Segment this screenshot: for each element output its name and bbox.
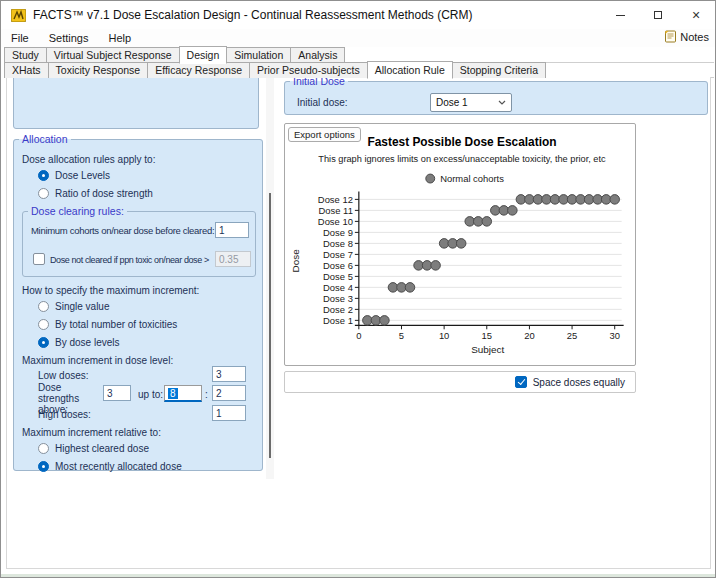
- close-button[interactable]: ×: [677, 1, 715, 29]
- radio-label: Dose Levels: [55, 170, 110, 181]
- radio-label: Single value: [55, 301, 109, 312]
- menu-settings[interactable]: Settings: [39, 30, 99, 46]
- title-bar[interactable]: FACTS™ v7.1 Dose Escalation Design - Con…: [1, 1, 715, 29]
- x-tick-label: 10: [439, 330, 449, 341]
- colon-separator: :: [205, 389, 208, 400]
- y-tick-label: Dose 4: [323, 282, 353, 293]
- allocation-group: Allocation Dose allocation rules apply t…: [13, 133, 263, 471]
- up-to-input[interactable]: 8: [164, 385, 202, 402]
- chart-subtitle: This graph ignores limits on excess/unac…: [318, 154, 606, 164]
- radio-by-dose-levels[interactable]: By dose levels: [38, 333, 177, 351]
- y-tick-label: Dose 6: [323, 260, 353, 271]
- notes-label: Notes: [680, 31, 709, 43]
- tab-design[interactable]: Design: [179, 46, 228, 64]
- y-tick-label: Dose 7: [323, 249, 353, 260]
- menu-file[interactable]: File: [1, 30, 39, 46]
- radio-ratio-of-dose-strength[interactable]: Ratio of dose strength: [38, 184, 153, 202]
- radio-button-icon[interactable]: [38, 461, 49, 472]
- menu-bar: FileSettingsHelp Notes: [1, 29, 715, 47]
- not-cleared-label: Dose not cleared if ppn toxic on/near do…: [50, 255, 209, 265]
- radio-label: Most recently allocated dose: [55, 461, 182, 472]
- radio-button-icon[interactable]: [38, 319, 49, 330]
- chart-point: [405, 283, 415, 293]
- legend-marker-icon: [426, 174, 435, 183]
- low-doses-label: Low doses:: [38, 370, 89, 381]
- x-tick-label: 30: [609, 330, 619, 341]
- high-doses-input[interactable]: 1: [212, 405, 246, 421]
- initial-dose-value: Dose 1: [436, 97, 468, 108]
- not-cleared-checkbox[interactable]: [33, 253, 45, 265]
- maximize-button[interactable]: [639, 1, 677, 29]
- chart-point: [380, 316, 390, 326]
- export-options-button[interactable]: Export options: [288, 127, 361, 142]
- low-doses-value: 3: [216, 369, 222, 380]
- notes-button[interactable]: Notes: [664, 30, 709, 43]
- radio-button-icon[interactable]: [38, 188, 49, 199]
- radio-single-value[interactable]: Single value: [38, 297, 177, 315]
- tab-stopping-criteria[interactable]: Stopping Criteria: [452, 62, 546, 78]
- radio-most-recently-allocated-dose[interactable]: Most recently allocated dose: [38, 457, 182, 475]
- tab-simulation[interactable]: Simulation: [226, 47, 291, 63]
- tab-virtual-subject-response[interactable]: Virtual Subject Response: [46, 47, 180, 63]
- low-doses-input[interactable]: 3: [212, 366, 246, 382]
- y-tick-label: Dose 8: [323, 238, 353, 249]
- tab-efficacy-response[interactable]: Efficacy Response: [147, 62, 250, 78]
- space-doses-checkbox[interactable]: [515, 376, 527, 388]
- increment-level-label: Maximum increment in dose level:: [22, 355, 173, 366]
- tab-prior-pseudo-subjects[interactable]: Prior Pseudo-subjects: [249, 62, 368, 78]
- between-increment-value: 2: [216, 388, 222, 399]
- dose-clearing-group: Dose clearing rules: Minimum cohorts on/…: [22, 205, 256, 277]
- tab-xhats[interactable]: XHats: [4, 62, 49, 78]
- dose-escalation-chart: Export options Dose 1Dose 2Dose 3Dose 4D…: [284, 123, 636, 366]
- chart-point: [456, 239, 466, 249]
- space-doses-label: Space doses equally: [533, 377, 625, 388]
- app-logo-icon: [11, 9, 26, 22]
- chevron-down-icon: [498, 100, 506, 105]
- up-to-label: up to:: [138, 389, 163, 400]
- tab-allocation-rule[interactable]: Allocation Rule: [367, 61, 453, 79]
- chart-point: [431, 261, 441, 271]
- window-bottom-edge: [1, 574, 715, 577]
- menu-help[interactable]: Help: [98, 30, 141, 46]
- y-axis-label: Dose: [290, 249, 301, 273]
- x-tick-label: 20: [524, 330, 534, 341]
- how-to-specify-label: How to specify the maximum increment:: [22, 285, 199, 296]
- high-doses-label: High doses:: [38, 409, 91, 420]
- radio-button-icon[interactable]: [38, 337, 49, 348]
- y-tick-label: Dose 2: [323, 304, 353, 315]
- close-icon: ×: [692, 8, 700, 22]
- y-tick-label: Dose 9: [323, 227, 353, 238]
- window-title: FACTS™ v7.1 Dose Escalation Design - Con…: [33, 8, 473, 22]
- dose-clearing-group-label: Dose clearing rules:: [28, 205, 127, 217]
- strengths-above-value: 3: [107, 388, 113, 399]
- initial-dose-group: Initial Dose Initial dose: Dose 1: [284, 75, 708, 115]
- radio-label: Highest cleared dose: [55, 443, 149, 454]
- scrollbar-thumb[interactable]: [269, 193, 271, 458]
- strengths-above-input[interactable]: 3: [103, 385, 131, 401]
- x-tick-label: 5: [399, 330, 404, 341]
- min-cohorts-label: Minimum cohorts on/near dose before clea…: [31, 225, 214, 236]
- tab-analysis[interactable]: Analysis: [290, 47, 345, 63]
- radio-dose-levels[interactable]: Dose Levels: [38, 166, 153, 184]
- radio-label: By dose levels: [55, 337, 119, 348]
- tab-study[interactable]: Study: [4, 47, 47, 63]
- initial-dose-select[interactable]: Dose 1: [430, 93, 512, 112]
- scrolled-group-box: [13, 75, 259, 129]
- minimize-icon: [616, 15, 625, 16]
- chart-point: [482, 217, 492, 227]
- chart-options-bar: Space doses equally: [284, 371, 636, 393]
- radio-button-icon[interactable]: [38, 170, 49, 181]
- radio-button-icon[interactable]: [38, 301, 49, 312]
- tab-toxicity-response[interactable]: Toxicity Response: [48, 62, 149, 78]
- allocation-group-label: Allocation: [19, 133, 71, 145]
- radio-highest-cleared-dose[interactable]: Highest cleared dose: [38, 439, 182, 457]
- radio-by-total-number-of-toxicities[interactable]: By total number of toxicities: [38, 315, 177, 333]
- min-cohorts-value: 1: [219, 225, 225, 236]
- between-increment-input[interactable]: 2: [212, 385, 246, 401]
- left-panel-scrollbar[interactable]: [266, 75, 274, 479]
- not-cleared-value: 0.35: [219, 254, 238, 265]
- high-doses-value: 1: [216, 408, 222, 419]
- min-cohorts-input[interactable]: 1: [215, 222, 249, 238]
- radio-button-icon[interactable]: [38, 443, 49, 454]
- minimize-button[interactable]: [601, 1, 639, 29]
